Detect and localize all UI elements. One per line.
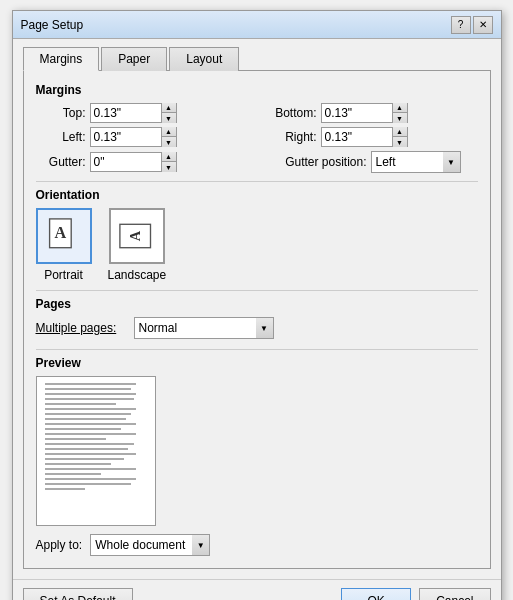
bottom-spin-buttons: ▲ ▼	[392, 103, 407, 123]
svg-text:A: A	[54, 224, 66, 242]
ok-button[interactable]: OK	[341, 588, 411, 600]
preview-line	[45, 428, 122, 430]
divider-3	[36, 349, 478, 350]
preview-section: Preview	[36, 356, 478, 526]
multiple-pages-arrow-icon: ▼	[256, 317, 274, 339]
gutter-position-select-wrapper: Left Top ▼	[371, 151, 461, 173]
top-spin-down[interactable]: ▼	[162, 113, 176, 123]
pages-section-label: Pages	[36, 297, 478, 311]
right-spin-down[interactable]: ▼	[393, 137, 407, 147]
tab-layout[interactable]: Layout	[169, 47, 239, 71]
portrait-option[interactable]: A Portrait	[36, 208, 92, 282]
right-input[interactable]	[322, 128, 392, 146]
preview-line	[45, 413, 132, 415]
top-spin-buttons: ▲ ▼	[161, 103, 176, 123]
preview-box	[36, 376, 156, 526]
set-as-default-button[interactable]: Set As Default	[23, 588, 133, 600]
left-spin-buttons: ▲ ▼	[161, 127, 176, 147]
gutter-input[interactable]	[91, 153, 161, 171]
tab-paper[interactable]: Paper	[101, 47, 167, 71]
preview-lines	[45, 383, 147, 490]
bottom-input[interactable]	[322, 104, 392, 122]
gutter-spin-down[interactable]: ▼	[162, 162, 176, 172]
tab-bar: Margins Paper Layout	[23, 47, 491, 71]
preview-line	[45, 483, 132, 485]
portrait-label: Portrait	[44, 268, 83, 282]
left-input[interactable]	[91, 128, 161, 146]
preview-line	[45, 478, 137, 480]
preview-line	[45, 468, 137, 470]
bottom-label: Bottom:	[267, 106, 317, 120]
margins-section-label: Margins	[36, 83, 478, 97]
preview-line	[45, 438, 106, 440]
ok-cancel-group: OK Cancel	[341, 588, 490, 600]
left-spin-up[interactable]: ▲	[162, 127, 176, 137]
preview-line	[45, 448, 129, 450]
close-button[interactable]: ✕	[473, 16, 493, 34]
left-spin-down[interactable]: ▼	[162, 137, 176, 147]
landscape-option[interactable]: A Landscape	[108, 208, 167, 282]
divider-1	[36, 181, 478, 182]
divider-2	[36, 290, 478, 291]
landscape-svg: A	[119, 218, 155, 254]
dialog-title: Page Setup	[21, 18, 84, 32]
right-spin-buttons: ▲ ▼	[392, 127, 407, 147]
margin-bottom-row: Bottom: ▲ ▼	[267, 103, 478, 123]
apply-to-select-wrapper: Whole document This point forward ▼	[90, 534, 210, 556]
margins-grid: Top: ▲ ▼ Bottom: ▲	[36, 103, 478, 173]
preview-line	[45, 433, 137, 435]
preview-line	[45, 423, 137, 425]
margin-left-row: Left: ▲ ▼	[36, 127, 247, 147]
right-spinner: ▲ ▼	[321, 127, 408, 147]
left-spinner: ▲ ▼	[90, 127, 177, 147]
multiple-pages-label: Multiple pages:	[36, 321, 126, 335]
gutter-spinner: ▲ ▼	[90, 152, 177, 172]
preview-line	[45, 393, 137, 395]
gutter-position-row: Gutter position: Left Top ▼	[267, 151, 478, 173]
right-label: Right:	[267, 130, 317, 144]
portrait-icon: A	[36, 208, 92, 264]
page-setup-dialog: Page Setup ? ✕ Margins Paper Layout Marg…	[12, 10, 502, 600]
gutter-label: Gutter:	[36, 155, 86, 169]
pages-section: Pages Multiple pages: Normal Mirror marg…	[36, 297, 478, 339]
right-spin-up[interactable]: ▲	[393, 127, 407, 137]
bottom-spinner: ▲ ▼	[321, 103, 408, 123]
bottom-spin-up[interactable]: ▲	[393, 103, 407, 113]
top-input[interactable]	[91, 104, 161, 122]
cancel-button[interactable]: Cancel	[419, 588, 490, 600]
help-button[interactable]: ?	[451, 16, 471, 34]
bottom-spin-down[interactable]: ▼	[393, 113, 407, 123]
preview-line	[45, 453, 137, 455]
bottom-bar: Set As Default OK Cancel	[13, 579, 501, 600]
orientation-section: Orientation A Portrait	[36, 188, 478, 282]
orientation-buttons: A Portrait A Landscape	[36, 208, 478, 282]
margin-top-row: Top: ▲ ▼	[36, 103, 247, 123]
gutter-spin-buttons: ▲ ▼	[161, 152, 176, 172]
gutter-spin-up[interactable]: ▲	[162, 152, 176, 162]
preview-line	[45, 463, 111, 465]
gutter-position-arrow-icon: ▼	[443, 151, 461, 173]
apply-to-arrow-icon: ▼	[192, 534, 210, 556]
preview-line	[45, 488, 86, 490]
tab-margins[interactable]: Margins	[23, 47, 100, 71]
left-label: Left:	[36, 130, 86, 144]
margin-right-row: Right: ▲ ▼	[267, 127, 478, 147]
preview-line	[45, 383, 137, 385]
top-spinner: ▲ ▼	[90, 103, 177, 123]
preview-line	[45, 388, 132, 390]
multiple-pages-select-wrapper: Normal Mirror margins 2 pages per sheet …	[134, 317, 274, 339]
preview-line	[45, 458, 125, 460]
dialog-body: Margins Paper Layout Margins Top: ▲ ▼	[13, 39, 501, 579]
margin-gutter-row: Gutter: ▲ ▼	[36, 151, 247, 173]
multiple-pages-select[interactable]: Normal Mirror margins 2 pages per sheet …	[134, 317, 274, 339]
top-spin-up[interactable]: ▲	[162, 103, 176, 113]
apply-to-row: Apply to: Whole document This point forw…	[36, 534, 478, 556]
preview-line	[45, 408, 137, 410]
tab-content-margins: Margins Top: ▲ ▼ Bottom:	[23, 70, 491, 569]
landscape-icon: A	[109, 208, 165, 264]
preview-line	[45, 473, 101, 475]
top-label: Top:	[36, 106, 86, 120]
gutter-position-label: Gutter position:	[267, 155, 367, 169]
portrait-svg: A	[46, 218, 82, 254]
preview-line	[45, 443, 135, 445]
